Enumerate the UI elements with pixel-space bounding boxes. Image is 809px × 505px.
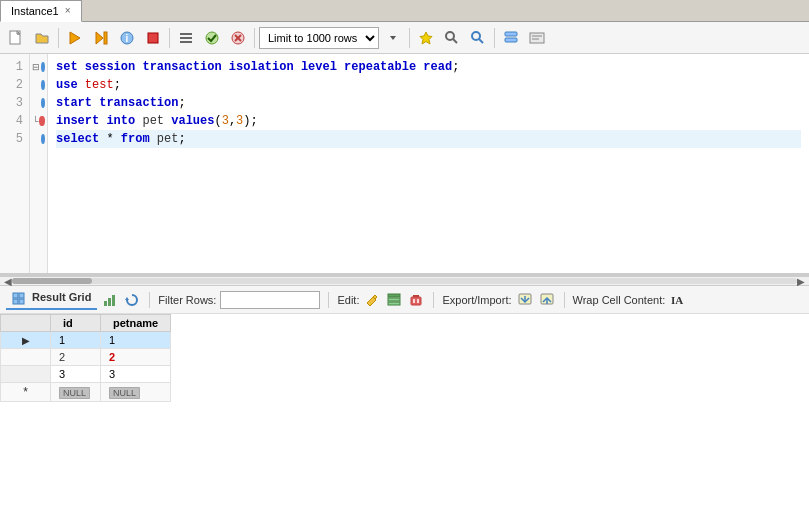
row-indicator-1: ▶ xyxy=(1,332,51,349)
toolbar-sep2 xyxy=(169,28,170,48)
null-badge-petname: NULL xyxy=(109,387,140,399)
edit-label: Edit: xyxy=(337,294,359,306)
line2-marker xyxy=(41,80,45,90)
result-table: id petname ▶ 1 1 2 2 xyxy=(0,314,171,402)
execute-current-button[interactable] xyxy=(89,26,113,50)
filter-input[interactable] xyxy=(220,291,320,309)
row-1-id[interactable]: 1 xyxy=(51,332,101,349)
new-row-petname[interactable]: NULL xyxy=(101,383,171,402)
scroll-right-btn[interactable]: ▶ xyxy=(797,276,805,287)
import-button[interactable] xyxy=(538,291,556,309)
petname-column-header[interactable]: petname xyxy=(101,315,171,332)
bookmark-button[interactable] xyxy=(414,26,438,50)
result-toolbar: Result Grid Filter Rows: Edit: xyxy=(0,286,809,314)
scrollbar-thumb[interactable] xyxy=(12,278,92,284)
row-indicator-3 xyxy=(1,366,51,383)
result-sep1 xyxy=(149,292,150,308)
svg-rect-35 xyxy=(388,294,400,297)
refresh-button[interactable] xyxy=(123,291,141,309)
schema-button[interactable] xyxy=(499,26,523,50)
row-3-petname[interactable]: 3 xyxy=(101,366,171,383)
toolbar-sep3 xyxy=(254,28,255,48)
export-section: Export/Import: xyxy=(442,291,555,309)
row-indicator-header xyxy=(1,315,51,332)
tab-close-button[interactable]: × xyxy=(65,5,71,16)
table-row[interactable]: ▶ 1 1 xyxy=(1,332,171,349)
line4-marker xyxy=(39,116,45,126)
svg-rect-31 xyxy=(104,301,107,306)
new-row[interactable]: * NULL NULL xyxy=(1,383,171,402)
edit-table-button[interactable] xyxy=(385,291,403,309)
svg-rect-9 xyxy=(180,33,192,35)
svg-rect-8 xyxy=(148,33,158,43)
horizontal-scrollbar[interactable]: ◀ ▶ xyxy=(0,276,809,286)
id-column-header[interactable]: id xyxy=(51,315,101,332)
instance1-tab[interactable]: Instance1 × xyxy=(0,0,82,22)
svg-rect-11 xyxy=(180,41,192,43)
commit-button[interactable] xyxy=(200,26,224,50)
code-line-5: select * from pet; xyxy=(56,130,801,148)
table-row[interactable]: 2 2 xyxy=(1,349,171,366)
result-grid-label: Result Grid xyxy=(32,291,91,303)
bottom-panel: Result Grid Filter Rows: Edit: xyxy=(0,286,809,505)
result-grid-tab[interactable]: Result Grid xyxy=(6,289,97,309)
limit-dropdown-btn[interactable] xyxy=(381,26,405,50)
code-line-3: start transaction; xyxy=(56,94,801,112)
row-2-petname[interactable]: 2 xyxy=(101,349,171,366)
code-editor[interactable]: set session transaction isolation level … xyxy=(48,54,809,273)
result-sep3 xyxy=(433,292,434,308)
main-toolbar: i Limit to 1000 rowsLimit to 500 rowsDon… xyxy=(0,22,809,54)
toolbar-sep4 xyxy=(409,28,410,48)
svg-point-20 xyxy=(472,32,480,40)
code-line-4: insert into pet values(3,3); xyxy=(56,112,801,130)
new-button[interactable] xyxy=(4,26,28,50)
svg-rect-30 xyxy=(19,299,24,304)
chart-button[interactable] xyxy=(101,291,119,309)
svg-rect-39 xyxy=(411,297,421,305)
code-line-1: set session transaction isolation level … xyxy=(56,58,801,76)
export-label: Export/Import: xyxy=(442,294,511,306)
new-row-star: * xyxy=(23,385,28,399)
null-badge-id: NULL xyxy=(59,387,90,399)
row-2-id[interactable]: 2 xyxy=(51,349,101,366)
svg-marker-4 xyxy=(96,32,103,44)
toggle-button[interactable] xyxy=(174,26,198,50)
open-button[interactable] xyxy=(30,26,54,50)
tab-bar: Instance1 × xyxy=(0,0,809,22)
row-1-petname[interactable]: 1 xyxy=(101,332,171,349)
stop-button[interactable] xyxy=(141,26,165,50)
svg-rect-32 xyxy=(108,298,111,306)
row-3-id[interactable]: 3 xyxy=(51,366,101,383)
svg-text:IA: IA xyxy=(671,294,683,306)
new-row-id[interactable]: NULL xyxy=(51,383,101,402)
table-row[interactable]: 3 3 xyxy=(1,366,171,383)
scrollbar-track[interactable] xyxy=(12,278,797,284)
export-button[interactable] xyxy=(516,291,534,309)
search-button[interactable] xyxy=(466,26,490,50)
svg-rect-33 xyxy=(112,295,115,306)
svg-rect-22 xyxy=(505,32,517,36)
svg-line-21 xyxy=(479,39,483,43)
breakpoint-gutter: ⊟ ⊟ ⊟ └ ⊟ xyxy=(30,54,48,273)
result-grid-icon xyxy=(12,291,29,303)
wrap-section: Wrap Cell Content: IA xyxy=(573,291,688,309)
edit-pencil-button[interactable] xyxy=(363,291,381,309)
svg-rect-37 xyxy=(388,302,400,305)
rollback-button[interactable] xyxy=(226,26,250,50)
output-button[interactable] xyxy=(525,26,549,50)
editor-area: 1 2 3 4 5 ⊟ ⊟ ⊟ └ ⊟ xyxy=(0,54,809,276)
svg-point-12 xyxy=(206,32,218,44)
svg-marker-16 xyxy=(390,36,396,40)
edit-delete-button[interactable] xyxy=(407,291,425,309)
scroll-left-btn[interactable]: ◀ xyxy=(4,276,12,287)
svg-marker-17 xyxy=(420,32,432,44)
search-replace-button[interactable] xyxy=(440,26,464,50)
filter-label: Filter Rows: xyxy=(158,294,216,306)
explain-button[interactable]: i xyxy=(115,26,139,50)
svg-rect-29 xyxy=(13,299,18,304)
result-sep2 xyxy=(328,292,329,308)
execute-button[interactable] xyxy=(63,26,87,50)
svg-marker-34 xyxy=(125,297,129,300)
limit-select[interactable]: Limit to 1000 rowsLimit to 500 rowsDon't… xyxy=(259,27,379,49)
wrap-button[interactable]: IA xyxy=(669,291,687,309)
